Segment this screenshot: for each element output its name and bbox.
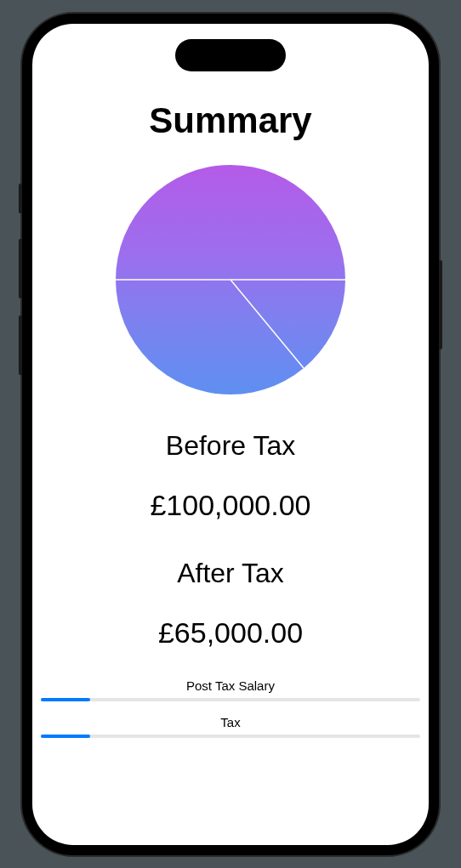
post-tax-slider-label: Post Tax Salary <box>41 678 420 693</box>
pie-chart <box>116 165 345 394</box>
sliders-section: Post Tax Salary Tax <box>32 678 429 752</box>
svg-line-1 <box>230 280 304 368</box>
phone-frame: Summary Before Tax £100,000.00 After Tax… <box>22 14 439 855</box>
phone-volume-down <box>19 315 22 375</box>
before-tax-label: Before Tax <box>166 430 295 462</box>
tax-slider-label: Tax <box>41 715 420 729</box>
after-tax-label: After Tax <box>177 558 284 589</box>
post-tax-slider-fill <box>41 698 90 701</box>
page-title: Summary <box>149 100 311 141</box>
phone-screen: Summary Before Tax £100,000.00 After Tax… <box>32 24 429 845</box>
phone-volume-up <box>19 239 22 298</box>
tax-slider-fill <box>41 735 90 738</box>
tax-slider[interactable] <box>41 735 420 738</box>
post-tax-slider[interactable] <box>41 698 420 701</box>
dynamic-island <box>175 39 286 71</box>
phone-mute-switch <box>19 184 22 213</box>
before-tax-amount: £100,000.00 <box>150 489 310 522</box>
content-container: Summary Before Tax £100,000.00 After Tax… <box>32 24 429 845</box>
pie-chart-dividers <box>116 165 345 394</box>
phone-power-button <box>439 260 442 349</box>
after-tax-amount: £65,000.00 <box>158 616 303 650</box>
